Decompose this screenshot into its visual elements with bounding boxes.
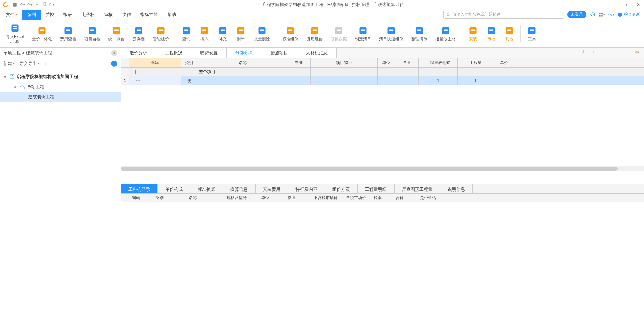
check-update-button[interactable]: 检查更新 xyxy=(618,12,640,17)
col-amount[interactable]: 含量 xyxy=(395,58,419,67)
menu-indicator[interactable]: 指标神器 xyxy=(136,10,163,20)
col-price[interactable]: 单价 xyxy=(494,58,514,67)
bottom-tab-7[interactable]: 工程量明细 xyxy=(358,184,395,193)
bottom-tab-9[interactable]: 说明信息 xyxy=(440,184,473,193)
bottom-col-10[interactable]: 是否暂估 xyxy=(413,194,443,202)
ribbon-qty-price[interactable]: 量价一体化 xyxy=(29,24,55,43)
sync-icon[interactable]: ↓ xyxy=(111,61,117,67)
bottom-tab-6[interactable]: 组价方案 xyxy=(325,184,358,193)
nav-right-icon[interactable]: → xyxy=(625,50,631,56)
apps-icon[interactable]: ▾ xyxy=(599,12,605,18)
bottom-col-8[interactable]: 税率 xyxy=(369,194,386,202)
move-down-icon[interactable]: ↓ xyxy=(51,61,54,66)
horizontal-scrollbar[interactable] xyxy=(121,166,644,171)
ribbon-reuse-price[interactable]: 复用组价 xyxy=(303,24,326,43)
ribbon-batch-delete[interactable]: 批量删除 xyxy=(250,24,273,43)
top-tab-0[interactable]: 造价分析 xyxy=(121,48,156,58)
new-button[interactable]: 新建▾ xyxy=(3,61,15,67)
col-type[interactable]: 类别 xyxy=(181,58,197,67)
ribbon-unified-adj[interactable]: 统一调价 xyxy=(105,24,128,43)
col-major[interactable]: 专业 xyxy=(287,58,311,67)
cell-type[interactable]: 项 xyxy=(181,76,197,85)
bottom-tab-5[interactable]: 特征及内容 xyxy=(288,184,325,193)
ribbon-lock-list[interactable]: 锁定清单 xyxy=(352,24,374,43)
menu-qc[interactable]: 质控 xyxy=(41,10,59,20)
nav-up-icon[interactable]: ↑ xyxy=(592,50,599,56)
bottom-col-6[interactable]: 不含税市场价 xyxy=(309,194,342,202)
bottom-tab-4[interactable]: 安装费用 xyxy=(256,184,288,193)
ribbon-install[interactable]: 安装 xyxy=(465,24,481,43)
col-feature[interactable]: 项目特征 xyxy=(311,58,378,67)
save-icon[interactable] xyxy=(12,2,17,7)
bottom-tab-1[interactable]: 单价构成 xyxy=(158,184,190,193)
cell-qty[interactable]: 1 xyxy=(458,76,494,85)
ribbon-quick-price[interactable]: 清单快速组价 xyxy=(376,24,407,43)
bottom-col-7[interactable]: 含税市场价 xyxy=(342,194,369,202)
menu-collab[interactable]: 协作 xyxy=(118,10,136,20)
ribbon-std-price[interactable]: 标准组价 xyxy=(279,24,302,43)
nav-down-icon[interactable]: ↓ xyxy=(603,50,610,56)
col-name[interactable]: 名称 xyxy=(197,58,287,67)
ribbon-insert[interactable]: 插入 xyxy=(196,24,213,43)
top-tab-1[interactable]: 工程概况 xyxy=(156,48,191,58)
undo-icon[interactable]: ↶▾ xyxy=(19,2,25,7)
col-unit[interactable]: 单位 xyxy=(378,58,395,67)
top-tab-2[interactable]: 取费设置 xyxy=(191,48,227,58)
top-tab-3[interactable]: 分部分项 xyxy=(227,48,262,59)
bottom-col-5[interactable]: 数量 xyxy=(275,194,309,202)
ribbon-self-check[interactable]: 项目自检 xyxy=(81,24,104,43)
search-input[interactable]: 请输入功能名称或问题描述 xyxy=(443,11,564,19)
headset-icon[interactable] xyxy=(590,12,596,18)
tree-root[interactable]: ▾ 启程学院框架结构改造加固工程 xyxy=(0,72,121,82)
top-tab-4[interactable]: 措施项目 xyxy=(262,48,297,58)
col-qty[interactable]: 工程量 xyxy=(458,58,494,67)
top-tab-5[interactable]: 人材机汇总 xyxy=(297,48,337,58)
expand-icon[interactable]: ▾ xyxy=(4,74,8,79)
ribbon-tidy-list[interactable]: 整理清单 xyxy=(408,24,431,43)
ribbon-fee-view[interactable]: 费用查看 xyxy=(57,24,80,43)
bottom-tab-8[interactable]: 反查图形工程量 xyxy=(395,184,440,193)
copy-icon[interactable] xyxy=(42,2,47,7)
grid-data-row[interactable]: 1 项 1 1 xyxy=(121,76,644,85)
login-badge[interactable]: 未登录 xyxy=(567,11,586,18)
expand-icon[interactable]: ▾ xyxy=(14,85,18,90)
cut-icon[interactable]: ✂ xyxy=(34,2,40,7)
close-button[interactable]: ✕ xyxy=(637,2,641,7)
bottom-col-2[interactable]: 名称 xyxy=(168,194,218,202)
bottom-col-3[interactable]: 规格及型号 xyxy=(218,194,255,202)
ribbon-batch-material[interactable]: 批量改主材 xyxy=(432,24,459,43)
menu-ebid[interactable]: 电子标 xyxy=(77,10,99,20)
ribbon-query[interactable]: 查询 xyxy=(178,24,195,43)
tree-l2[interactable]: 建筑装饰工程 xyxy=(0,92,121,102)
collapse-icon[interactable]: − xyxy=(131,70,136,74)
bottom-tab-0[interactable]: 工料机显示 xyxy=(121,184,158,193)
minimize-button[interactable]: — xyxy=(615,2,620,7)
menu-edit[interactable]: 编制 xyxy=(22,10,41,20)
help-icon[interactable]: ?▾ xyxy=(608,12,614,18)
ribbon-smart-price[interactable]: 智能组价 xyxy=(149,24,172,43)
ribbon-approve[interactable]: 审批 xyxy=(483,24,500,43)
move-up-icon[interactable]: ↑ xyxy=(44,61,47,66)
menu-report[interactable]: 报表 xyxy=(59,10,77,20)
bottom-col-4[interactable]: 单位 xyxy=(255,194,275,202)
menu-file[interactable]: 文件▾ xyxy=(1,10,22,20)
ribbon-delete[interactable]: 删除 xyxy=(232,24,249,43)
col-expr[interactable]: 工程量表达式 xyxy=(419,58,458,67)
bottom-col-0[interactable]: 编码 xyxy=(121,194,151,202)
ribbon-supplement[interactable]: 补充 xyxy=(214,24,231,43)
settings-icon[interactable]: ⎅▾ xyxy=(635,50,642,56)
redo-icon[interactable]: ↷▾ xyxy=(27,2,32,7)
nav-left-icon[interactable]: ← xyxy=(614,50,620,56)
ribbon-import-excel[interactable]: 导入Excel/工程 xyxy=(3,22,27,45)
maximize-button[interactable]: ◻ xyxy=(626,2,631,7)
nav-expand-icon[interactable]: ⇕ xyxy=(582,50,588,56)
bottom-tab-2[interactable]: 标准换算 xyxy=(190,184,223,193)
menu-help[interactable]: 帮助 xyxy=(163,10,181,20)
grid-group-row[interactable]: − 整个项目 xyxy=(121,68,644,76)
paste-icon[interactable]: ▾ xyxy=(49,2,54,7)
ribbon-tools[interactable]: 工具 xyxy=(523,24,540,43)
cell-expr[interactable]: 1 xyxy=(419,76,458,85)
tree-l1[interactable]: ▾ 单项工程 xyxy=(0,82,121,92)
menu-review[interactable]: 审核 xyxy=(99,10,118,20)
bottom-col-9[interactable]: 合价 xyxy=(386,194,413,202)
